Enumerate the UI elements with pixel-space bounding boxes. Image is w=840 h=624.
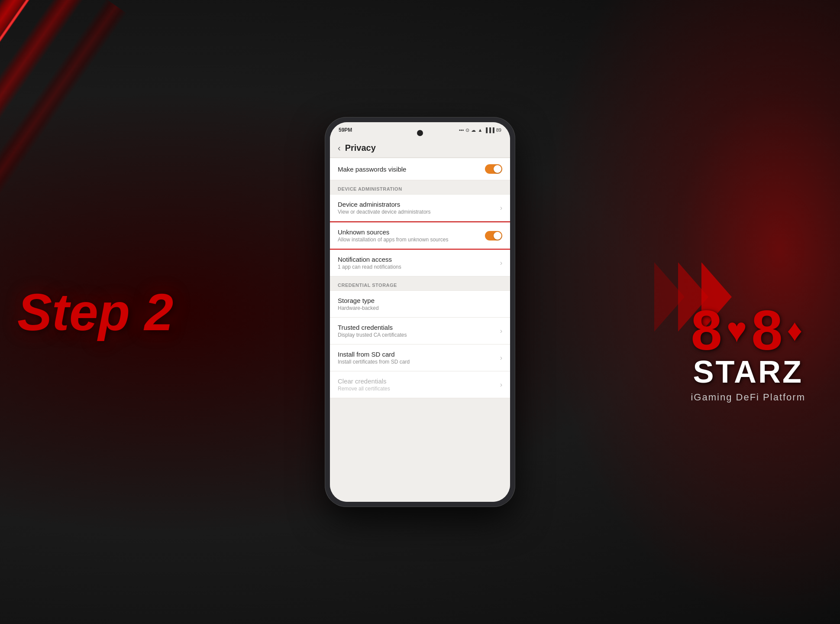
device-administrators-title: Device administrators — [338, 201, 431, 208]
unknown-sources-text: Unknown sources Allow installation of ap… — [338, 228, 448, 243]
storage-type-text: Storage type Hardware-backed — [338, 297, 379, 311]
install-sdcard-item[interactable]: Install from SD card Install certificate… — [330, 344, 510, 371]
make-passwords-visible-item[interactable]: Make passwords visible — [330, 158, 510, 180]
device-administrators-subtitle: View or deactivate device administrators — [338, 209, 431, 215]
storage-type-subtitle: Hardware-backed — [338, 305, 379, 311]
phone-body: 59PM ••• ⊙ ☁ ▲ ▐▐▐ 89 ‹ Privacy — [325, 117, 515, 507]
logo-heart-icon: ♥ — [727, 313, 747, 348]
unknown-sources-toggle[interactable] — [485, 231, 502, 240]
screen-content[interactable]: ‹ Privacy Make passwords visible DEVICE … — [330, 138, 510, 502]
install-sdcard-text: Install from SD card Install certificate… — [338, 351, 410, 365]
unknown-sources-subtitle: Allow installation of apps from unknown … — [338, 237, 448, 243]
notification-access-chevron-icon: › — [500, 259, 502, 267]
status-battery: 89 — [496, 127, 501, 133]
status-icons: ••• ⊙ ☁ ▲ ▐▐▐ 89 — [459, 127, 501, 133]
section-credential-storage: CREDENTIAL STORAGE — [330, 276, 510, 290]
status-dots-icon: ••• — [459, 127, 464, 133]
trusted-credentials-title: Trusted credentials — [338, 324, 407, 331]
clear-credentials-title: Clear credentials — [338, 377, 390, 385]
unknown-sources-item[interactable]: Unknown sources Allow installation of ap… — [330, 221, 510, 250]
status-signal-icon: ▲ — [478, 127, 482, 133]
privacy-header: ‹ Privacy — [330, 138, 510, 158]
phone-mockup: 59PM ••• ⊙ ☁ ▲ ▐▐▐ 89 ‹ Privacy — [325, 117, 515, 507]
make-passwords-toggle[interactable] — [485, 164, 502, 174]
device-administrators-text: Device administrators View or deactivate… — [338, 201, 431, 215]
unknown-sources-title: Unknown sources — [338, 228, 448, 236]
make-passwords-title: Make passwords visible — [338, 166, 406, 173]
storage-type-item: Storage type Hardware-backed — [330, 290, 510, 318]
notification-access-item[interactable]: Notification access 1 app can read notif… — [330, 250, 510, 276]
notification-access-subtitle: 1 app can read notifications — [338, 264, 401, 270]
page-title: Privacy — [345, 143, 376, 153]
back-button[interactable]: ‹ — [338, 143, 341, 153]
storage-type-title: Storage type — [338, 297, 379, 304]
trusted-credentials-text: Trusted credentials Display trusted CA c… — [338, 324, 407, 338]
notification-access-title: Notification access — [338, 256, 401, 263]
trusted-credentials-chevron-icon: › — [500, 327, 502, 335]
clear-credentials-text: Clear credentials Remove all certificate… — [338, 377, 390, 392]
status-wifi-icon: ☁ — [471, 127, 476, 133]
status-time: 59PM — [339, 127, 352, 133]
install-sdcard-chevron-icon: › — [500, 354, 502, 362]
logo-888: 8 ♥ 8 ♦ — [691, 302, 805, 358]
phone-screen: 59PM ••• ⊙ ☁ ▲ ▐▐▐ 89 ‹ Privacy — [330, 122, 510, 502]
trusted-credentials-item[interactable]: Trusted credentials Display trusted CA c… — [330, 318, 510, 344]
install-sdcard-title: Install from SD card — [338, 351, 410, 358]
brand-logo-area: 8 ♥ 8 ♦ STARZ iGaming DeFi Platform — [691, 302, 805, 403]
notification-access-text: Notification access 1 app can read notif… — [338, 256, 401, 270]
device-administrators-item[interactable]: Device administrators View or deactivate… — [330, 194, 510, 221]
status-bars-icon: ▐▐▐ — [484, 127, 494, 133]
install-sdcard-subtitle: Install certificates from SD card — [338, 359, 410, 365]
logo-diamond-icon: ♦ — [787, 315, 803, 345]
logo-number-right: 8 — [751, 302, 782, 358]
section-device-admin: DEVICE ADMINISTRATION — [330, 180, 510, 194]
step-label: Step 2 — [17, 286, 173, 338]
logo-starz-text: STARZ — [691, 354, 805, 390]
clear-credentials-chevron-icon: › — [500, 381, 502, 389]
logo-tagline: iGaming DeFi Platform — [691, 392, 805, 403]
logo-number-left: 8 — [691, 302, 722, 358]
status-circle-icon: ⊙ — [465, 127, 469, 133]
device-administrators-chevron-icon: › — [500, 204, 502, 212]
trusted-credentials-subtitle: Display trusted CA certificates — [338, 332, 407, 338]
clear-credentials-item[interactable]: Clear credentials Remove all certificate… — [330, 371, 510, 398]
camera-notch — [417, 130, 423, 136]
clear-credentials-subtitle: Remove all certificates — [338, 386, 390, 392]
make-passwords-visible-text: Make passwords visible — [338, 166, 406, 173]
